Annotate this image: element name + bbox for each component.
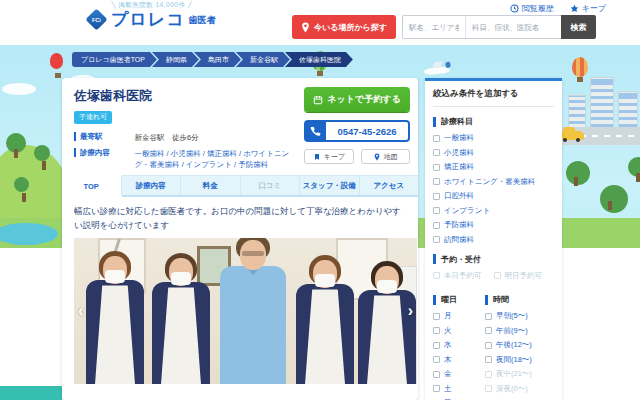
filter-day-wed[interactable]: 水	[433, 340, 485, 350]
filter-preventive[interactable]: 予防歯科	[433, 220, 554, 230]
services-value[interactable]: 一般歯科 / 小児歯科 / 矯正歯科 / ホワイトニング・審美歯科 / インプラ…	[134, 148, 302, 171]
filter-day-tue[interactable]: 火	[433, 326, 485, 336]
filter-pediatric-dentistry[interactable]: 小児歯科	[433, 148, 554, 158]
footer-illustration-strip	[0, 386, 62, 400]
hot-air-balloon	[572, 57, 588, 77]
phone-number[interactable]: 0547-45-2626	[304, 120, 410, 142]
filter-reserve-today: 本日予約可	[433, 271, 494, 281]
filter-time-midnight: 深夜(0〜)	[485, 384, 554, 394]
checkbox	[433, 193, 440, 200]
filter-orthodontics[interactable]: 矯正歯科	[433, 162, 554, 172]
checkbox	[433, 149, 440, 156]
filter-time-night: 夜中(21〜)	[485, 369, 554, 379]
tree	[566, 161, 590, 185]
online-reserve-button[interactable]: ネットで予約する	[304, 87, 410, 112]
filter-day-thu[interactable]: 木	[433, 355, 485, 365]
feature-badge: 子連れ可	[74, 111, 112, 124]
services-label: 診療内容	[74, 148, 134, 171]
tab-access[interactable]: アクセス	[360, 176, 419, 195]
checkbox	[485, 385, 492, 392]
checkbox	[433, 371, 440, 378]
logo-icon: FCi	[85, 8, 107, 30]
department-heading: 診療科目	[433, 116, 554, 127]
keep-button[interactable]: キープ	[304, 149, 354, 164]
time-heading: 時間	[485, 294, 554, 305]
filter-time-early[interactable]: 早朝(5〜)	[485, 311, 554, 321]
page: 掲載医院数 14,000件 FCi プロレコ 歯医者 閲覧履歴 キープ 今いる場…	[0, 0, 640, 400]
tree	[600, 185, 628, 213]
filter-time-morning[interactable]: 午前(9〜)	[485, 326, 554, 336]
history-link[interactable]: 閲覧履歴	[510, 3, 554, 14]
tree	[628, 157, 640, 177]
cloud	[2, 83, 36, 95]
dentist	[220, 240, 286, 384]
breadcrumb-top[interactable]: プロレコ歯医者TOP	[72, 52, 157, 67]
checkbox	[433, 164, 440, 171]
checkbox	[433, 385, 440, 392]
checkbox	[433, 222, 440, 229]
services-row: 診療内容 一般歯科 / 小児歯科 / 矯正歯科 / ホワイトニング・審美歯科 /…	[74, 148, 302, 171]
location-pin-icon	[301, 22, 310, 33]
tree	[14, 177, 29, 192]
map-button[interactable]: 地図	[361, 149, 411, 164]
airplane-icon	[424, 66, 451, 76]
filter-day-fri[interactable]: 金	[433, 369, 485, 379]
clinic-description: 幅広い診療に対応した歯医者です。お口の中の問題に対して丁寧な治療とわかりやすい説…	[62, 197, 418, 238]
checkbox	[433, 178, 440, 185]
tree	[6, 133, 26, 153]
filter-day-sat[interactable]: 土	[433, 384, 485, 394]
filter-sidebar: 絞込み条件を追加する 診療科目 一般歯科 小児歯科 矯正歯科 ホワイトニング・審…	[425, 78, 562, 400]
clinic-tabs: TOP 診療内容 料金 口コミ スタッフ・設備 アクセス	[62, 175, 418, 197]
red-balloon	[50, 53, 63, 69]
site-logo[interactable]: 掲載医院数 14,000件 FCi プロレコ 歯医者	[88, 1, 216, 28]
keyword-search-input[interactable]	[465, 16, 561, 38]
tab-top[interactable]: TOP	[62, 175, 122, 195]
tab-price[interactable]: 料金	[181, 176, 241, 195]
filter-day-mon[interactable]: 月	[433, 311, 485, 321]
site-header: 掲載医院数 14,000件 FCi プロレコ 歯医者 閲覧履歴 キープ 今いる場…	[0, 0, 640, 45]
checkbox	[433, 135, 440, 142]
logo-text-main: プロレコ	[111, 11, 185, 28]
breadcrumb: プロレコ歯医者TOP 静岡県 島田市 新金谷駅 佐塚歯科医院	[72, 52, 353, 67]
station-label: 最寄駅	[74, 132, 134, 143]
filter-time-evening[interactable]: 夜間(18〜)	[485, 355, 554, 365]
clock-icon	[510, 4, 519, 13]
checkbox	[485, 371, 492, 378]
keep-link[interactable]: キープ	[570, 3, 606, 14]
breadcrumb-city[interactable]: 島田市	[194, 52, 241, 67]
tab-reviews: 口コミ	[241, 176, 301, 195]
tab-services[interactable]: 診療内容	[122, 176, 182, 195]
header-search: 今いる場所から探す 検索	[292, 15, 596, 39]
station-row: 最寄駅 新金谷駅 徒歩6分	[74, 132, 302, 143]
listing-count-badge: 掲載医院数 14,000件	[88, 1, 216, 10]
staff-member	[152, 258, 210, 384]
checkbox	[433, 207, 440, 214]
filter-reserve-tomorrow: 明日予約可	[494, 271, 555, 281]
checkbox	[433, 313, 440, 320]
filter-general-dentistry[interactable]: 一般歯科	[433, 133, 554, 143]
filter-time-afternoon[interactable]: 午後(12〜)	[485, 340, 554, 350]
filter-oral-surgery[interactable]: 口腔外科	[433, 191, 554, 201]
search-button[interactable]: 検索	[561, 15, 596, 39]
photo-prev-arrow[interactable]: ‹	[78, 302, 83, 320]
phone-icon	[304, 120, 326, 142]
current-location-button[interactable]: 今いる場所から探す	[292, 15, 396, 39]
clinic-card: 佐塚歯科医院 子連れ可 ネットで予約する 最寄駅 新金谷駅 徒歩6分 診療内容 …	[62, 78, 418, 400]
tab-staff[interactable]: スタッフ・設備	[300, 176, 360, 195]
checkbox	[433, 356, 440, 363]
photo-next-arrow[interactable]: ›	[408, 302, 413, 320]
checkbox	[485, 327, 492, 334]
checkbox	[433, 272, 440, 279]
breadcrumb-station[interactable]: 新金谷駅	[236, 52, 290, 67]
star-icon	[570, 4, 579, 13]
filter-visiting[interactable]: 訪問歯科	[433, 235, 554, 245]
tree	[34, 145, 50, 161]
staff-member	[358, 266, 416, 384]
checkbox	[433, 236, 440, 243]
bookmark-icon	[313, 153, 321, 161]
filter-whitening[interactable]: ホワイトニング・審美歯科	[433, 177, 554, 187]
day-heading: 曜日	[433, 294, 485, 305]
breadcrumb-prefecture[interactable]: 静岡県	[152, 52, 199, 67]
filter-implant[interactable]: インプラント	[433, 206, 554, 216]
area-search-input[interactable]	[403, 16, 465, 38]
